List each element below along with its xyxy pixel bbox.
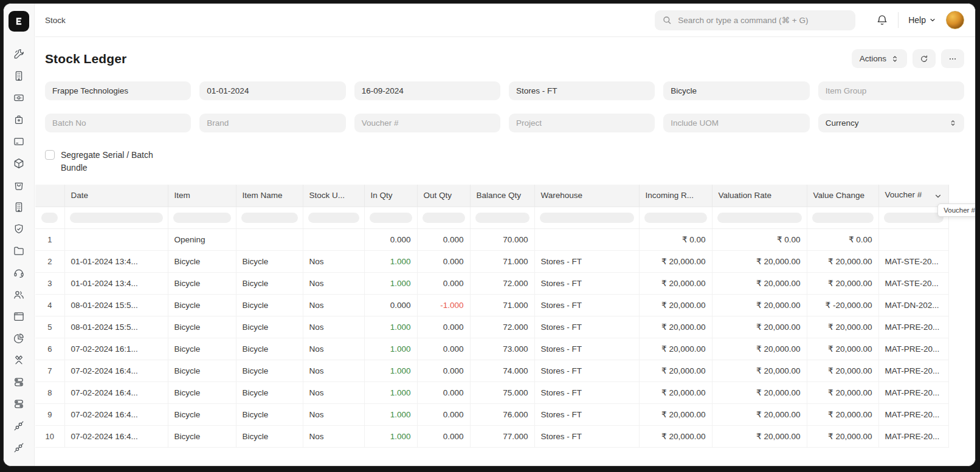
- banknote-icon: [13, 92, 25, 104]
- cell-date: [64, 228, 168, 250]
- warehouse-filter[interactable]: Stores - FT: [509, 81, 655, 100]
- cell-voucher: MAT-PRE-20...: [878, 360, 948, 381]
- column-filter-input[interactable]: [884, 213, 944, 223]
- browser-window-nav-item[interactable]: [13, 310, 25, 323]
- shopping-bag-nav-item[interactable]: [13, 179, 25, 191]
- cell-out-qty: 0.000: [417, 381, 470, 403]
- column-header-row-index[interactable]: [35, 185, 64, 207]
- column-filter-input[interactable]: [241, 213, 298, 223]
- column-filter-input[interactable]: [475, 213, 530, 223]
- column-filter-input[interactable]: [812, 213, 874, 223]
- users-nav-item[interactable]: [13, 289, 25, 301]
- column-header-warehouse[interactable]: Warehouse: [534, 185, 639, 207]
- cell-balance-qty: 74.000: [470, 360, 534, 381]
- column-filter-input[interactable]: [370, 213, 412, 223]
- folder-icon: [13, 245, 25, 257]
- include-uom-filter[interactable]: Include UOM: [663, 114, 809, 132]
- hammers-nav-item[interactable]: [13, 354, 25, 366]
- warehouse-filter-value: Stores - FT: [516, 86, 557, 95]
- cell-n: 1: [35, 228, 64, 250]
- wrench-screwdriver-nav-item[interactable]: [13, 48, 25, 60]
- shield-check-nav-item[interactable]: [13, 223, 25, 235]
- workspace-sidebar: [4, 4, 35, 466]
- segregate-checkbox-label[interactable]: Segregate Serial / Batch Bundle: [61, 149, 165, 174]
- search-input[interactable]: [677, 15, 848, 26]
- column-header-voucher[interactable]: Voucher #: [878, 185, 948, 207]
- column-header-balance-qty[interactable]: Balance Qty: [470, 185, 534, 207]
- voucher-no-filter[interactable]: Voucher #: [354, 114, 500, 132]
- folder-nav-item[interactable]: [13, 245, 25, 257]
- cell-n: 10: [35, 425, 64, 447]
- cell-date: 08-01-2024 15:5...: [64, 294, 168, 316]
- cell-date: 07-02-2024 16:4...: [64, 381, 168, 403]
- cell-n: 5: [35, 316, 64, 338]
- plug-nav-item[interactable]: [13, 420, 25, 432]
- brand-filter[interactable]: Brand: [199, 114, 345, 132]
- cell-out-qty: 0.000: [417, 425, 470, 447]
- headset-nav-item[interactable]: [13, 267, 25, 279]
- column-menu-chevron-down-icon[interactable]: [934, 192, 942, 200]
- user-avatar[interactable]: [946, 11, 964, 29]
- toggles-nav-item[interactable]: [13, 376, 25, 388]
- cell-incoming-rate: ₹ 20,000.00: [639, 272, 712, 294]
- building-nav-item[interactable]: [13, 70, 25, 82]
- global-search[interactable]: [655, 10, 855, 30]
- cell-incoming-rate: ₹ 20,000.00: [639, 316, 712, 338]
- breadcrumb[interactable]: Stock: [45, 16, 66, 25]
- cell-item-name: Bicycle: [236, 294, 303, 316]
- cell-value-change: ₹ 20,000.00: [807, 272, 878, 294]
- company-filter[interactable]: Frappe Technologies: [45, 81, 191, 100]
- help-menu[interactable]: Help: [908, 15, 936, 25]
- refresh-button[interactable]: [913, 49, 936, 68]
- item-group-filter[interactable]: Item Group: [818, 81, 964, 100]
- column-filter-input[interactable]: [717, 213, 802, 223]
- column-label: Warehouse: [541, 191, 583, 200]
- column-header-item-name[interactable]: Item Name: [236, 185, 303, 207]
- pie-chart-nav-item[interactable]: [13, 332, 25, 344]
- column-filter-input[interactable]: [41, 213, 58, 223]
- erpnext-logo[interactable]: [9, 11, 29, 32]
- column-filter-input[interactable]: [173, 213, 231, 223]
- segregate-checkbox[interactable]: [45, 150, 55, 160]
- cell-voucher: MAT-STE-20...: [878, 272, 948, 294]
- column-filter-input[interactable]: [70, 213, 163, 223]
- cell-out-qty: 0.000: [417, 228, 470, 250]
- column-header-in-qty[interactable]: In Qty: [364, 185, 417, 207]
- column-filter-input[interactable]: [540, 213, 634, 223]
- column-header-date[interactable]: Date: [64, 185, 168, 207]
- package-nav-item[interactable]: [13, 157, 25, 169]
- cell-n: 3: [35, 272, 64, 294]
- building-2-nav-item[interactable]: [13, 201, 25, 213]
- cell-date: 01-01-2024 13:4...: [64, 272, 168, 294]
- project-filter[interactable]: Project: [509, 114, 655, 132]
- cell-n: 8: [35, 381, 64, 403]
- cell-voucher: MAT-DN-202...: [878, 294, 948, 316]
- hammers-icon: [13, 354, 25, 366]
- currency-select[interactable]: Currency: [818, 114, 964, 132]
- item-filter[interactable]: Bicycle: [663, 81, 809, 100]
- actions-button[interactable]: Actions: [852, 49, 907, 68]
- toolbox-nav-item[interactable]: [13, 114, 25, 126]
- table-row: 301-01-2024 13:4...BicycleBicycleNos1.00…: [35, 272, 948, 294]
- column-header-item[interactable]: Item: [168, 185, 236, 207]
- column-header-out-qty[interactable]: Out Qty: [417, 185, 470, 207]
- credit-card-nav-item[interactable]: [13, 135, 25, 148]
- cell-warehouse: [534, 228, 639, 250]
- column-header-incoming-r[interactable]: Incoming R...: [639, 185, 712, 207]
- to-date-filter[interactable]: 16-09-2024: [354, 81, 500, 100]
- more-options-button[interactable]: [941, 49, 964, 68]
- notifications-bell-icon[interactable]: [876, 14, 888, 26]
- include-uom-filter-value: Include UOM: [671, 118, 719, 128]
- column-header-stock-u[interactable]: Stock U...: [303, 185, 364, 207]
- banknote-nav-item[interactable]: [13, 92, 25, 104]
- column-filter-input[interactable]: [644, 213, 707, 223]
- plug-2-nav-item[interactable]: [13, 442, 25, 454]
- from-date-filter[interactable]: 01-01-2024: [199, 81, 345, 100]
- batch-no-filter[interactable]: Batch No: [45, 114, 191, 132]
- column-header-valuation-rate[interactable]: Valuation Rate: [712, 185, 807, 207]
- chevron-down-icon: [929, 16, 936, 24]
- toggles-2-nav-item[interactable]: [13, 398, 25, 410]
- column-filter-input[interactable]: [308, 213, 359, 223]
- column-filter-input[interactable]: [423, 213, 465, 223]
- column-header-value-change[interactable]: Value Change: [807, 185, 878, 207]
